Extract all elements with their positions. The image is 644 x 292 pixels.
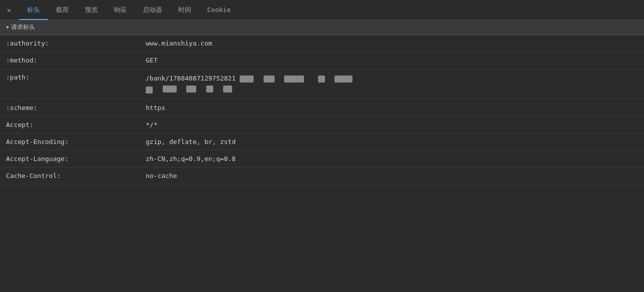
tab-payload[interactable]: 载荷 <box>48 0 77 20</box>
redact-block-3 <box>284 76 304 82</box>
tab-headers[interactable]: 标头 <box>19 0 48 20</box>
header-value: www.mianshiya.com <box>140 35 644 52</box>
header-key: :path: <box>0 69 140 100</box>
tab-cookie-label: Cookie <box>207 6 231 14</box>
redact-block-9 <box>206 86 213 92</box>
header-value: https <box>140 99 644 116</box>
tab-response-label: 响应 <box>114 6 127 14</box>
redact-block-2 <box>264 76 275 82</box>
path-text: /bank/17884087129752821 <box>146 74 236 82</box>
redact-block-10 <box>223 86 232 92</box>
tab-headers-label: 标头 <box>27 6 40 14</box>
section-title: 请求标头 <box>11 23 35 32</box>
table-row: Accept: */* <box>0 116 644 133</box>
header-value: gzip, deflate, br, zstd <box>140 133 644 150</box>
redact-block-1 <box>240 76 254 82</box>
close-button[interactable]: ✕ <box>2 3 16 17</box>
header-key: :method: <box>0 52 140 69</box>
tab-preview-label: 预览 <box>85 6 98 14</box>
header-value: */* <box>140 116 644 133</box>
redact-block-8 <box>186 86 196 92</box>
tab-initiator-label: 启动器 <box>143 6 162 14</box>
header-key: Accept-Language: <box>0 150 140 167</box>
redact-block-4 <box>318 76 325 82</box>
collapse-triangle-icon: ▼ <box>6 24 9 30</box>
tab-initiator[interactable]: 启动器 <box>135 0 170 20</box>
header-key: Accept-Encoding: <box>0 133 140 150</box>
header-key: Accept: <box>0 116 140 133</box>
table-row: :path: /bank/17884087129752821 <box>0 69 644 100</box>
table-row: Cache-Control: no-cache <box>0 167 644 184</box>
redact-block-7 <box>163 86 177 92</box>
header-key: Cache-Control: <box>0 167 140 184</box>
tab-payload-label: 载荷 <box>56 6 69 14</box>
headers-table: :authority: www.mianshiya.com :method: G… <box>0 35 644 184</box>
header-value-path: /bank/17884087129752821 <box>140 69 644 100</box>
tab-timing[interactable]: 时间 <box>170 0 199 20</box>
tab-timing-label: 时间 <box>178 6 191 14</box>
tab-response[interactable]: 响应 <box>106 0 135 20</box>
tab-preview[interactable]: 预览 <box>77 0 106 20</box>
redact-block-6 <box>146 86 153 94</box>
tab-cookie[interactable]: Cookie <box>199 0 239 20</box>
table-row: :scheme: https <box>0 99 644 116</box>
header-value: GET <box>140 52 644 69</box>
table-row: :method: GET <box>0 52 644 69</box>
table-row: :authority: www.mianshiya.com <box>0 35 644 52</box>
header-key: :scheme: <box>0 99 140 116</box>
redact-block-5 <box>334 76 352 82</box>
table-row: Accept-Encoding: gzip, deflate, br, zstd <box>0 133 644 150</box>
table-row: Accept-Language: zh-CN,zh;q=0.9,en;q=0.8 <box>0 150 644 167</box>
header-value: zh-CN,zh;q=0.9,en;q=0.8 <box>140 150 644 167</box>
tab-bar: ✕ 标头 载荷 预览 响应 启动器 时间 Cookie <box>0 0 644 20</box>
close-icon: ✕ <box>7 6 11 14</box>
header-value: no-cache <box>140 167 644 184</box>
request-headers-section[interactable]: ▼ 请求标头 <box>0 20 644 35</box>
header-key: :authority: <box>0 35 140 52</box>
